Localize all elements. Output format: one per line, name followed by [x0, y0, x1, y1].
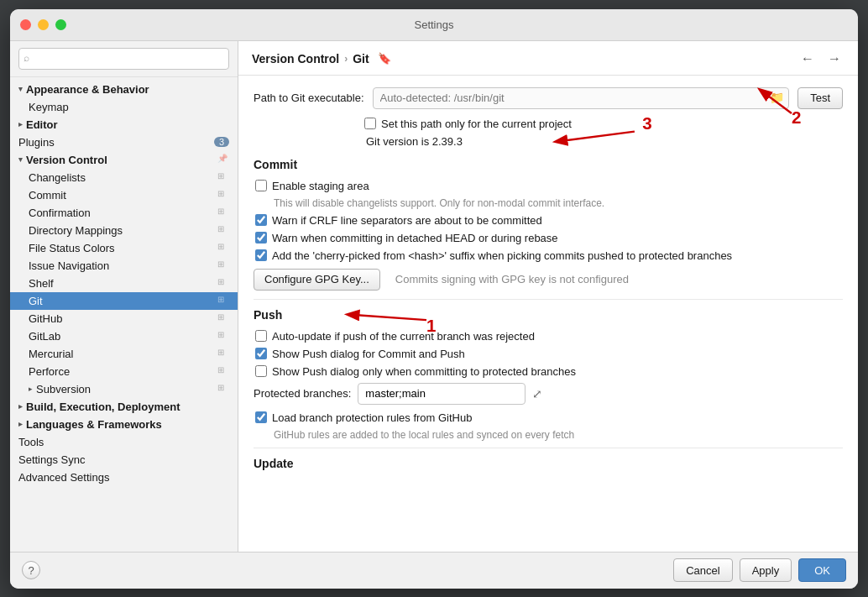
chevron-right-icon: ▸	[18, 420, 23, 428]
sidebar-search-area[interactable]: ⌕	[10, 41, 238, 77]
back-button[interactable]: ←	[797, 50, 818, 68]
test-button[interactable]: Test	[797, 87, 843, 109]
sidebar-item-shelf[interactable]: Shelf ⊞	[10, 275, 238, 292]
sidebar-item-perforce[interactable]: Perforce ⊞	[10, 363, 238, 380]
show-push-label: Show Push dialog for Commit and Push	[272, 348, 465, 360]
sidebar-item-label: Appearance & Behavior	[26, 83, 229, 96]
sidebar-item-plugins[interactable]: Plugins 3	[10, 134, 238, 151]
cherry-label: Add the 'cherry-picked from <hash>' suff…	[272, 249, 732, 262]
pin-icon: ⊞	[217, 259, 229, 271]
sidebar-item-version-control[interactable]: ▾ Version Control 📌	[10, 151, 238, 169]
sidebar-item-label: Confirmation	[29, 207, 214, 219]
breadcrumb: Version Control › Git 🔖	[252, 52, 391, 65]
current-project-label: Set this path only for the current proje…	[381, 118, 572, 130]
main-panel: Version Control › Git 🔖 ← → Path to Git …	[238, 41, 858, 552]
plugins-badge: 3	[214, 137, 229, 147]
sidebar-item-mercurial[interactable]: Mercurial ⊞	[10, 345, 238, 363]
sidebar-item-label: Changelists	[29, 171, 214, 184]
gpg-hint-text: Commits signing with GPG key is not conf…	[395, 273, 629, 285]
autoupdate-checkbox[interactable]	[255, 330, 267, 342]
protected-branches-input[interactable]	[358, 383, 526, 405]
sidebar-item-file-status-colors[interactable]: File Status Colors ⊞	[10, 239, 238, 257]
navigation-arrows[interactable]: ← →	[797, 50, 844, 68]
sidebar-item-label: GitHub	[29, 312, 214, 325]
sidebar-item-languages[interactable]: ▸ Languages & Frameworks	[10, 416, 238, 433]
sidebar-item-label: Subversion	[36, 383, 214, 395]
pin-icon: ⊞	[217, 277, 229, 289]
sidebar-item-label: Editor	[26, 118, 229, 131]
titlebar: Settings	[10, 9, 858, 41]
sidebar-item-directory-mappings[interactable]: Directory Mappings ⊞	[10, 222, 238, 239]
forward-button[interactable]: →	[824, 50, 844, 68]
sidebar-item-subversion[interactable]: ▸ Subversion ⊞	[10, 380, 238, 398]
sidebar-item-label: Shelf	[29, 277, 214, 290]
minimize-button[interactable]	[38, 19, 49, 30]
path-input-wrap: 📁	[373, 87, 790, 109]
github-rules-hint: GitHub rules are added to the local rule…	[270, 429, 843, 441]
sidebar-item-label: Version Control	[26, 154, 214, 166]
path-input[interactable]	[373, 87, 790, 109]
settings-content: Version Control › Git 🔖 ← → Path to Git …	[238, 41, 858, 552]
sidebar-item-confirmation[interactable]: Confirmation ⊞	[10, 204, 238, 222]
sidebar-item-label: Mercurial	[29, 348, 214, 360]
staging-label: Enable staging area	[272, 180, 369, 192]
crlf-row: Warn if CRLF line separators are about t…	[254, 214, 843, 227]
sidebar-item-issue-navigation[interactable]: Issue Navigation ⊞	[10, 257, 238, 275]
sidebar-item-gitlab[interactable]: GitLab ⊞	[10, 327, 238, 345]
footer-left: ?	[22, 561, 40, 579]
sidebar-item-build-execution[interactable]: ▸ Build, Execution, Deployment	[10, 398, 238, 416]
pin-icon: ⊞	[217, 383, 229, 395]
sidebar-item-appearance[interactable]: ▾ Appearance & Behavior	[10, 81, 238, 98]
sidebar-item-label: GitLab	[29, 330, 214, 343]
expand-button[interactable]: ⤢	[532, 387, 542, 401]
cherry-checkbox[interactable]	[255, 249, 267, 261]
ok-button[interactable]: OK	[798, 558, 846, 582]
current-project-checkbox[interactable]	[364, 118, 376, 129]
chevron-right-icon: ▸	[29, 385, 33, 393]
sidebar-item-editor[interactable]: ▸ Editor	[10, 116, 238, 134]
sidebar-item-git[interactable]: Git ⊞	[10, 292, 238, 310]
pin-icon: ⊞	[217, 189, 229, 201]
sidebar-item-label: Advanced Settings	[18, 471, 229, 484]
pin-icon: ⊞	[217, 224, 229, 236]
push-protected-label: Show Push dialog only when committing to…	[272, 365, 576, 378]
pin-icon: ⊞	[217, 365, 229, 377]
push-protected-checkbox[interactable]	[255, 365, 267, 377]
show-push-checkbox[interactable]	[255, 348, 267, 359]
crlf-checkbox[interactable]	[255, 214, 267, 226]
close-button[interactable]	[20, 19, 31, 30]
sidebar-item-keymap[interactable]: Keymap	[10, 98, 238, 116]
help-button[interactable]: ?	[22, 561, 40, 579]
sidebar-item-label: Directory Mappings	[29, 224, 214, 237]
footer-right: Cancel Apply OK	[673, 558, 846, 582]
breadcrumb-parent: Version Control	[252, 52, 339, 65]
load-rules-label: Load branch protection rules from GitHub	[272, 411, 472, 424]
window-controls[interactable]	[20, 19, 66, 30]
sidebar: ⌕ ▾ Appearance & Behavior Keymap ▸ Edito…	[10, 41, 238, 552]
configure-gpg-button[interactable]: Configure GPG Key...	[254, 269, 380, 291]
sidebar-item-changelists[interactable]: Changelists ⊞	[10, 169, 238, 186]
pin-icon: ⊞	[217, 348, 229, 359]
bookmark-icon: 🔖	[378, 52, 391, 65]
sidebar-items: ▾ Appearance & Behavior Keymap ▸ Editor …	[10, 77, 238, 552]
sidebar-item-label: Commit	[29, 189, 214, 202]
autoupdate-row: Auto-update if push of the current branc…	[254, 330, 843, 343]
section-update-title: Update	[254, 457, 843, 470]
search-input[interactable]	[18, 48, 229, 70]
sidebar-item-settings-sync[interactable]: Settings Sync	[10, 451, 238, 469]
staging-checkbox[interactable]	[255, 180, 267, 191]
apply-button[interactable]: Apply	[740, 558, 792, 582]
sidebar-item-label: Build, Execution, Deployment	[26, 401, 229, 413]
sidebar-item-commit[interactable]: Commit ⊞	[10, 186, 238, 204]
load-rules-checkbox[interactable]	[255, 411, 267, 423]
detached-checkbox[interactable]	[255, 232, 267, 244]
sidebar-item-github[interactable]: GitHub ⊞	[10, 310, 238, 327]
sidebar-item-label: Plugins	[18, 136, 214, 149]
sidebar-item-tools[interactable]: Tools	[10, 433, 238, 451]
sidebar-item-advanced-settings[interactable]: Advanced Settings	[10, 469, 238, 486]
cancel-button[interactable]: Cancel	[673, 558, 732, 582]
folder-icon[interactable]: 📁	[770, 91, 784, 104]
sidebar-item-label: Perforce	[29, 365, 214, 378]
pin-icon: ⊞	[217, 242, 229, 254]
maximize-button[interactable]	[55, 19, 66, 30]
